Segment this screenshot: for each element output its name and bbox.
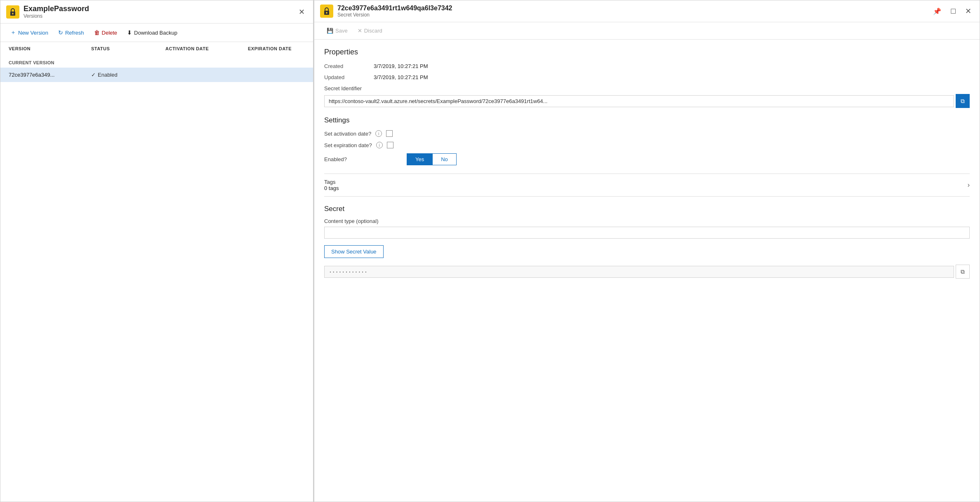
enabled-row: Enabled? Yes No bbox=[324, 153, 970, 165]
left-toolbar: ＋ New Version ↻ Refresh 🗑 Delete ⬇ Downl… bbox=[0, 23, 313, 42]
table-row[interactable]: 72ce3977e6a349... ✓ Enabled bbox=[0, 68, 313, 82]
tags-row[interactable]: Tags 0 tags › bbox=[324, 174, 970, 197]
updated-label: Updated bbox=[324, 74, 374, 80]
right-panel: 72ce3977e6a3491rt1w649qa6l3e7342 Secret … bbox=[314, 0, 980, 502]
delete-button[interactable]: 🗑 Delete bbox=[90, 27, 122, 38]
left-panel-title: ExamplePassword bbox=[24, 5, 292, 13]
created-label: Created bbox=[324, 63, 374, 69]
updated-row: Updated 3/7/2019, 10:27:21 PM bbox=[324, 74, 970, 80]
left-panel-icon bbox=[6, 5, 19, 19]
secret-section-title: Secret bbox=[324, 205, 970, 213]
expiration-date-setting: Set expiration date? i bbox=[324, 142, 970, 148]
new-version-button[interactable]: ＋ New Version bbox=[6, 27, 52, 38]
created-value: 3/7/2019, 10:27:21 PM bbox=[374, 63, 428, 69]
right-toolbar: 💾 Save ✕ Discard bbox=[314, 22, 980, 40]
download-backup-button[interactable]: ⬇ Download Backup bbox=[123, 27, 181, 38]
refresh-button[interactable]: ↻ Refresh bbox=[54, 27, 88, 38]
right-panel-subtitle: Secret Version bbox=[337, 12, 926, 18]
download-icon: ⬇ bbox=[127, 29, 132, 36]
secret-identifier-label: Secret Identifier bbox=[324, 85, 970, 91]
copy-secret-id-button[interactable]: ⧉ bbox=[956, 94, 970, 108]
secret-identifier-input[interactable] bbox=[324, 95, 954, 107]
copy-secret-icon: ⧉ bbox=[961, 268, 965, 275]
version-header: VERSION bbox=[9, 46, 91, 51]
enabled-toggle-group: Yes No bbox=[407, 153, 457, 165]
right-panel-title-area: 72ce3977e6a3491rt1w649qa6l3e7342 Secret … bbox=[337, 5, 926, 18]
tags-title: Tags bbox=[324, 179, 968, 185]
right-content: Properties Created 3/7/2019, 10:27:21 PM… bbox=[314, 40, 980, 502]
secret-value-input[interactable] bbox=[324, 266, 954, 278]
discard-icon: ✕ bbox=[358, 28, 362, 34]
save-icon: 💾 bbox=[327, 28, 333, 34]
expiration-date-checkbox[interactable] bbox=[387, 142, 393, 148]
activation-info-icon[interactable]: i bbox=[375, 130, 382, 137]
enabled-label: Enabled? bbox=[324, 156, 398, 162]
status-header: STATUS bbox=[91, 46, 165, 51]
content-type-input[interactable] bbox=[324, 227, 970, 239]
expiration-date-label: Set expiration date? bbox=[324, 142, 372, 148]
status-cell: ✓ Enabled bbox=[91, 72, 165, 78]
show-secret-value-button[interactable]: Show Secret Value bbox=[324, 245, 384, 258]
updated-value: 3/7/2019, 10:27:21 PM bbox=[374, 74, 428, 80]
table-headers: VERSION STATUS ACTIVATION DATE EXPIRATIO… bbox=[0, 42, 313, 55]
save-button[interactable]: 💾 Save bbox=[323, 26, 352, 36]
pin-button[interactable]: 📌 bbox=[931, 7, 944, 16]
version-cell: 72ce3977e6a349... bbox=[9, 72, 91, 78]
svg-rect-1 bbox=[12, 13, 14, 14]
copy-icon: ⧉ bbox=[961, 98, 965, 105]
content-type-label: Content type (optional) bbox=[324, 218, 970, 224]
right-panel-icon bbox=[320, 5, 333, 18]
expiration-info-icon[interactable]: i bbox=[376, 142, 383, 148]
right-panel-title: 72ce3977e6a3491rt1w649qa6l3e7342 bbox=[337, 5, 926, 12]
versions-table: VERSION STATUS ACTIVATION DATE EXPIRATIO… bbox=[0, 42, 313, 502]
tags-chevron-right-icon: › bbox=[968, 181, 970, 189]
yes-toggle-button[interactable]: Yes bbox=[407, 153, 432, 165]
settings-title: Settings bbox=[324, 116, 970, 124]
plus-icon: ＋ bbox=[10, 29, 16, 36]
expiration-date-header: EXPIRATION DATE bbox=[248, 46, 313, 51]
secret-identifier-row: ⧉ bbox=[324, 94, 970, 108]
left-panel-subtitle: Versions bbox=[24, 13, 292, 19]
tags-count: 0 tags bbox=[324, 185, 968, 191]
left-panel-header: ExamplePassword Versions ✕ bbox=[0, 0, 313, 23]
maximize-button[interactable]: ☐ bbox=[948, 7, 959, 16]
right-panel-header: 72ce3977e6a3491rt1w649qa6l3e7342 Secret … bbox=[314, 0, 980, 22]
discard-button[interactable]: ✕ Discard bbox=[353, 26, 386, 36]
current-version-label: CURRENT VERSION bbox=[0, 55, 313, 68]
activation-date-checkbox[interactable] bbox=[386, 130, 393, 137]
left-panel-close-button[interactable]: ✕ bbox=[296, 7, 307, 17]
no-toggle-button[interactable]: No bbox=[432, 153, 457, 165]
refresh-icon: ↻ bbox=[58, 29, 63, 36]
right-panel-close-button[interactable]: ✕ bbox=[963, 6, 974, 16]
activation-date-header: ACTIVATION DATE bbox=[165, 46, 248, 51]
tags-label-area: Tags 0 tags bbox=[324, 179, 968, 191]
created-row: Created 3/7/2019, 10:27:21 PM bbox=[324, 63, 970, 69]
checkmark-icon: ✓ bbox=[91, 72, 96, 78]
left-panel-title-area: ExamplePassword Versions bbox=[24, 5, 292, 19]
secret-value-row: ⧉ bbox=[324, 265, 970, 279]
activation-date-setting: Set activation date? i bbox=[324, 130, 970, 137]
properties-title: Properties bbox=[324, 48, 970, 56]
svg-rect-3 bbox=[326, 12, 327, 14]
copy-secret-value-button[interactable]: ⧉ bbox=[956, 265, 970, 279]
trash-icon: 🗑 bbox=[94, 29, 100, 36]
activation-date-label: Set activation date? bbox=[324, 131, 371, 137]
